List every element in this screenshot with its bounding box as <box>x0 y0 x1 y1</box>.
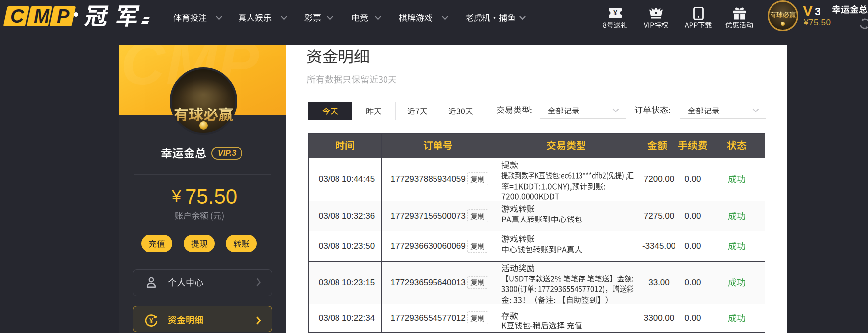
svg-text:¥: ¥ <box>149 317 153 325</box>
svg-text:¥: ¥ <box>613 9 617 17</box>
